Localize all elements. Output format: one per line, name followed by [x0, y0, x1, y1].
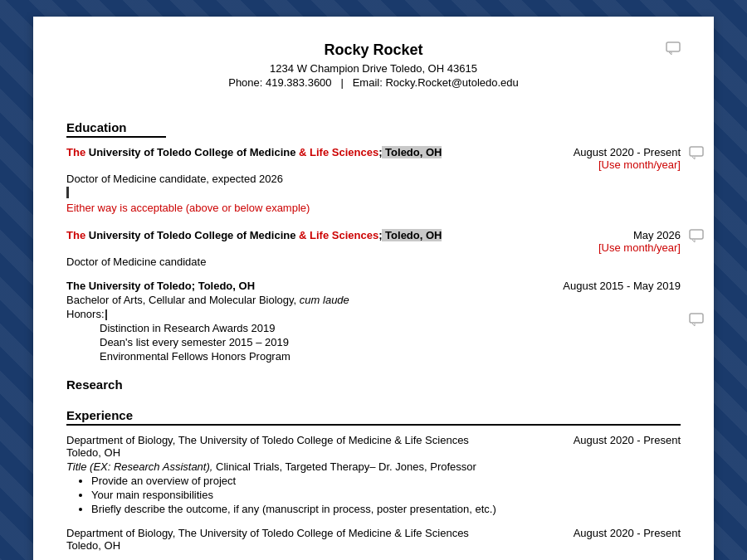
- honor-item-1: Distinction in Research Awards 2019: [100, 322, 681, 334]
- svg-rect-0: [666, 42, 680, 51]
- edu-institution-3: The University of Toledo; Toledo, OH: [66, 280, 554, 292]
- exp-bullet-1: Provide an overview of project: [91, 475, 681, 487]
- education-entry-3: The University of Toledo; Toledo, OH Aug…: [66, 280, 681, 363]
- experience-entry-1: Department of Biology, The University of…: [66, 434, 681, 515]
- svg-rect-2: [690, 230, 703, 239]
- edu-degree-3: Bachelor of Arts, Cellular and Molecular…: [66, 294, 681, 306]
- exp-title-1: Title (EX: Research Assistant), Clinical…: [66, 460, 681, 473]
- exp-institution-2: Department of Biology, The University of…: [66, 527, 565, 539]
- edu-entry1-comment-icon[interactable]: [689, 146, 704, 163]
- honors-list: Distinction in Research Awards 2019 Dean…: [100, 322, 681, 363]
- header-section: Rocky Rocket 1234 W Champion Drive Toled…: [66, 41, 681, 89]
- exp-bullets-1: Provide an overview of project Your main…: [91, 475, 681, 515]
- exp-location-1: Toledo, OH: [66, 446, 681, 459]
- honor-item-2: Dean's list every semester 2015 – 2019: [100, 336, 681, 348]
- education-section: Education The University of Toledo Colle…: [66, 105, 681, 363]
- header-contact: Phone: 419.383.3600 | Email: Rocky.Rocke…: [66, 76, 681, 89]
- edu-degree-2: Doctor of Medicine candidate: [66, 256, 681, 268]
- edu-institution-2: The University of Toledo College of Medi…: [66, 229, 590, 241]
- resume-page: Rocky Rocket 1234 W Champion Drive Toled…: [33, 17, 714, 560]
- exp-bullet-3: Briefly describe the outcome, if any (ma…: [91, 503, 681, 515]
- exp-institution-1: Department of Biology, The University of…: [66, 434, 565, 446]
- edu-institution-1: The University of Toledo College of Medi…: [66, 146, 565, 158]
- experience-section: Experience Department of Biology, The Un…: [66, 408, 681, 552]
- edu-honors-label: Honors:: [66, 308, 681, 320]
- exp-location-2: Toledo, OH: [66, 539, 681, 552]
- header-name: Rocky Rocket: [324, 41, 422, 58]
- header-address: 1234 W Champion Drive Toledo, OH 43615: [66, 62, 681, 75]
- edu-entry3-comment-icon[interactable]: [689, 313, 704, 329]
- exp-date-1: August 2020 - Present: [574, 434, 681, 446]
- svg-rect-1: [690, 147, 703, 156]
- honor-item-3: Environmental Fellows Honors Program: [100, 350, 681, 363]
- exp-bullet-2: Your main responsibilities: [91, 489, 681, 501]
- education-entry-1: The University of Toledo College of Medi…: [66, 146, 681, 214]
- research-header: Research: [66, 377, 681, 393]
- edu-note-1: Either way is acceptable (above or below…: [66, 202, 681, 214]
- experience-header: Experience: [66, 408, 681, 426]
- edu-degree-1: Doctor of Medicine candidate, expected 2…: [66, 173, 681, 185]
- edu-date-3: August 2015 - May 2019: [563, 280, 681, 292]
- exp-date-2: August 2020 - Present: [574, 527, 681, 539]
- header-comment-icon[interactable]: [666, 41, 681, 58]
- svg-rect-3: [690, 314, 703, 323]
- research-section: Research: [66, 377, 681, 393]
- edu-entry2-comment-icon[interactable]: [689, 229, 704, 246]
- edu-date-2: May 2026 [Use month/year]: [598, 229, 681, 254]
- experience-entry-2: Department of Biology, The University of…: [66, 527, 681, 552]
- edu-date-1: August 2020 - Present [Use month/year]: [574, 146, 681, 171]
- education-entry-2: The University of Toledo College of Medi…: [66, 229, 681, 268]
- education-header: Education: [66, 120, 166, 138]
